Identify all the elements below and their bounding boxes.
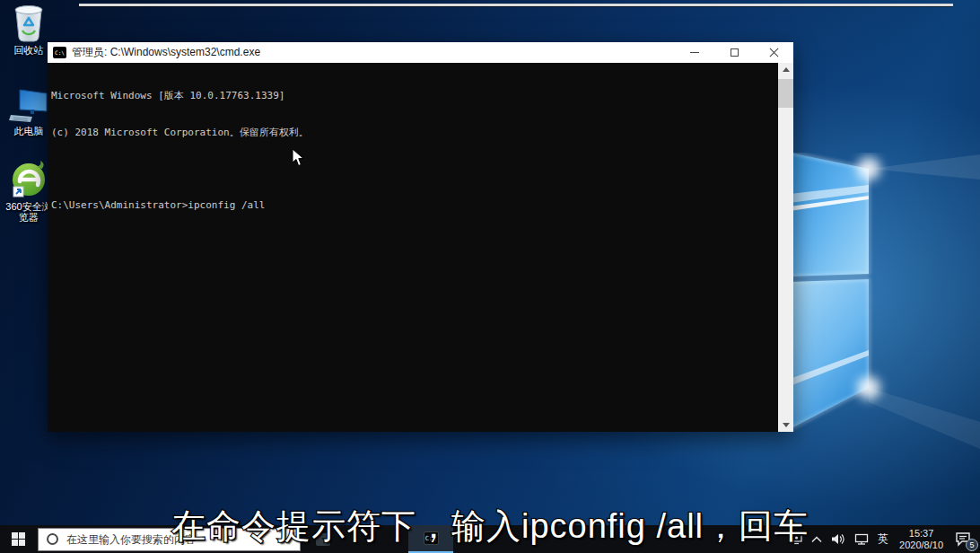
wallpaper-windows-logo	[768, 153, 980, 449]
cmd-window: C:\ 管理员: C:\Windows\system32\cmd.exe Mic…	[48, 42, 793, 432]
scroll-up-button[interactable]	[778, 63, 793, 76]
desktop: 回收站 此电脑 360安全浏览器 C:\	[0, 0, 980, 553]
maximize-button[interactable]	[714, 42, 754, 63]
terminal-output[interactable]: Microsoft Windows [版本 10.0.17763.1339] (…	[48, 63, 778, 432]
background-window-top-edge	[79, 4, 953, 6]
video-subtitle: 在命令提示符下，输入ipconfig /all，回车	[0, 506, 980, 546]
cmd-window-title: 管理员: C:\Windows\system32\cmd.exe	[72, 45, 675, 60]
360-browser-icon	[10, 160, 48, 199]
terminal-line: Microsoft Windows [版本 10.0.17763.1339]	[51, 90, 778, 102]
chevron-up-icon	[783, 67, 790, 72]
scrollbar-thumb[interactable]	[778, 79, 793, 108]
chevron-down-icon	[783, 423, 790, 427]
minimize-button[interactable]	[675, 42, 714, 63]
terminal-scrollbar[interactable]	[778, 63, 793, 432]
cmd-titlebar[interactable]: C:\ 管理员: C:\Windows\system32\cmd.exe	[48, 42, 793, 63]
close-icon	[769, 48, 779, 57]
terminal-line	[51, 162, 778, 175]
maximize-icon	[731, 48, 739, 57]
close-button[interactable]	[754, 42, 793, 63]
recycle-bin-icon	[10, 2, 48, 43]
this-pc-icon	[9, 88, 48, 124]
minimize-icon	[690, 52, 699, 53]
cmd-app-icon: C:\	[53, 47, 66, 58]
scroll-down-button[interactable]	[778, 418, 793, 432]
mouse-cursor-icon	[292, 148, 305, 167]
terminal-line: (c) 2018 Microsoft Corporation。保留所有权利。	[51, 127, 778, 139]
terminal-line: C:\Users\Administrator>ipconfig /all	[51, 199, 778, 212]
